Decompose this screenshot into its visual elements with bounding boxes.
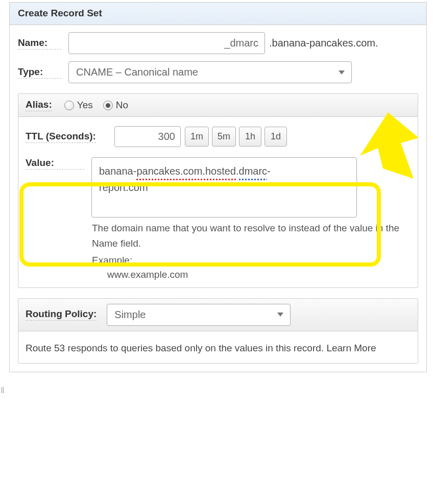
alias-no-radio[interactable]: [103, 101, 113, 110]
value-label: Value:: [26, 157, 84, 170]
ttl-preset-5m[interactable]: 5m: [212, 127, 236, 147]
chevron-down-icon: [339, 70, 345, 75]
value-help-text: The domain name that you want to resolve…: [92, 221, 411, 252]
value-row: Value: banana-pancakes.com.hosted.dmarc-…: [26, 157, 411, 218]
alias-yes-radio[interactable]: [64, 101, 74, 110]
alias-no-label: No: [116, 100, 128, 111]
ttl-preset-1d[interactable]: 1d: [264, 127, 287, 147]
routing-description: Route 53 responds to queries based only …: [26, 343, 326, 353]
routing-label: Routing Policy:: [26, 308, 97, 321]
chevron-down-icon: [277, 313, 283, 317]
name-input[interactable]: [68, 32, 265, 54]
alias-panel: Alias: Yes No TTL (Seconds): 1m 5m 1h 1d: [18, 93, 418, 288]
name-row: Name: .banana-pancakes.com.: [18, 32, 418, 54]
create-record-set-panel: Create Record Set Name: .banana-pancakes…: [9, 2, 427, 372]
ttl-row: TTL (Seconds): 1m 5m 1h 1d: [26, 126, 411, 147]
routing-panel: Routing Policy: Simple Route 53 responds…: [18, 298, 418, 364]
alias-yes-label: Yes: [77, 100, 93, 111]
ttl-input[interactable]: [114, 126, 181, 147]
type-select[interactable]: CNAME – Canonical name: [68, 61, 352, 83]
learn-more-link[interactable]: Learn More: [326, 343, 376, 353]
value-example-label: Example:: [92, 255, 411, 266]
alias-header: Alias: Yes No: [18, 94, 418, 117]
type-row: Type: CNAME – Canonical name: [18, 61, 418, 83]
routing-select[interactable]: Simple: [107, 304, 291, 326]
panel-title: Create Record Set: [10, 3, 426, 25]
value-example: www.example.com: [107, 269, 411, 280]
ttl-label: TTL (Seconds):: [26, 131, 96, 143]
name-label: Name:: [18, 37, 61, 50]
type-label: Type:: [18, 66, 61, 79]
value-textarea[interactable]: banana-pancakes.com.hosted.dmarc-report.…: [91, 157, 357, 218]
resize-handle-icon[interactable]: ||: [1, 386, 4, 393]
ttl-preset-1m[interactable]: 1m: [185, 127, 209, 147]
routing-header: Routing Policy: Simple: [18, 299, 418, 331]
ttl-preset-1h[interactable]: 1h: [239, 127, 261, 147]
domain-suffix: .banana-pancakes.com.: [269, 37, 378, 49]
alias-label: Alias:: [26, 99, 52, 111]
